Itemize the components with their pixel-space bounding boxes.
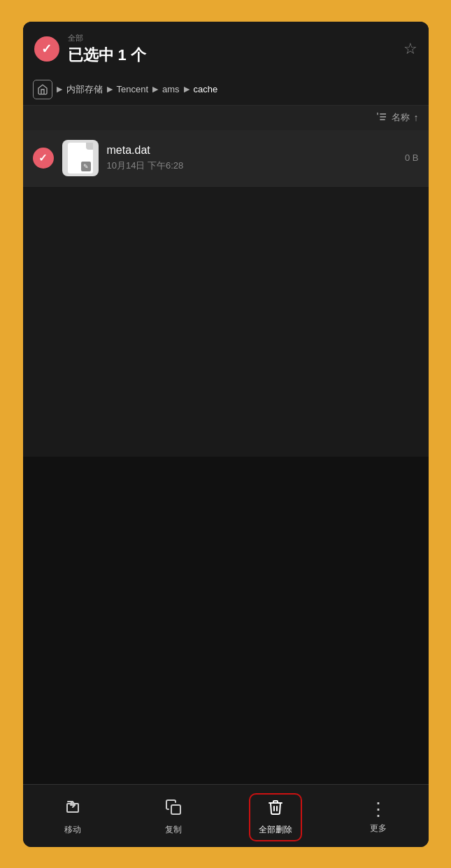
sort-icon[interactable] (376, 111, 387, 124)
empty-area (23, 457, 429, 784)
bottom-toolbar: 移动 复制 全部删除 (23, 784, 429, 847)
toolbar-delete[interactable]: 全部删除 (249, 793, 302, 841)
more-label: 更多 (370, 823, 387, 834)
file-list: ✎ meta.dat 10月14日 下午6:28 0 B (23, 130, 429, 457)
file-name: meta.dat (107, 144, 396, 157)
delete-icon (267, 799, 284, 820)
breadcrumb-cache[interactable]: cache (194, 84, 218, 94)
breadcrumb-sep-3: ▶ (152, 85, 158, 94)
delete-label: 全部删除 (259, 824, 292, 836)
file-checkbox[interactable] (33, 148, 54, 169)
breadcrumb-sep-1: ▶ (57, 85, 62, 94)
header-title: 已选中 1 个 (68, 45, 395, 66)
toolbar-more[interactable]: ⋮ 更多 (354, 795, 403, 840)
header: 全部 已选中 1 个 ☆ (23, 22, 429, 74)
sort-label[interactable]: 名称 (392, 111, 410, 124)
breadcrumb-ams[interactable]: ams (162, 84, 180, 94)
toolbar-move[interactable]: 移动 (48, 793, 97, 841)
phone-screen: 全部 已选中 1 个 ☆ ▶ 内部存储 ▶ Tencent ▶ ams ▶ ca… (23, 22, 429, 847)
file-thumbnail: ✎ (62, 140, 99, 176)
breadcrumb: ▶ 内部存储 ▶ Tencent ▶ ams ▶ cache (23, 74, 429, 106)
sort-direction-icon[interactable]: ↑ (414, 112, 419, 123)
toolbar-copy[interactable]: 复制 (149, 793, 198, 841)
breadcrumb-sep-2: ▶ (107, 85, 113, 94)
select-all-label: 全部 (68, 33, 395, 43)
file-item[interactable]: ✎ meta.dat 10月14日 下午6:28 0 B (23, 130, 429, 187)
file-size: 0 B (405, 152, 419, 163)
svg-rect-4 (171, 805, 180, 814)
copy-label: 复制 (165, 824, 182, 836)
star-icon[interactable]: ☆ (403, 40, 417, 58)
move-label: 移动 (64, 824, 81, 836)
breadcrumb-internal[interactable]: 内部存储 (66, 83, 103, 96)
file-info: meta.dat 10月14日 下午6:28 (107, 144, 396, 172)
select-all-check[interactable] (34, 36, 59, 62)
move-icon (64, 799, 81, 820)
sort-bar: 名称 ↑ (23, 106, 429, 130)
copy-icon (165, 799, 182, 820)
more-icon: ⋮ (369, 800, 387, 818)
file-date: 10月14日 下午6:28 (107, 159, 396, 172)
breadcrumb-sep-4: ▶ (184, 85, 189, 94)
breadcrumb-tencent[interactable]: Tencent (117, 84, 149, 94)
home-icon[interactable] (33, 80, 52, 99)
